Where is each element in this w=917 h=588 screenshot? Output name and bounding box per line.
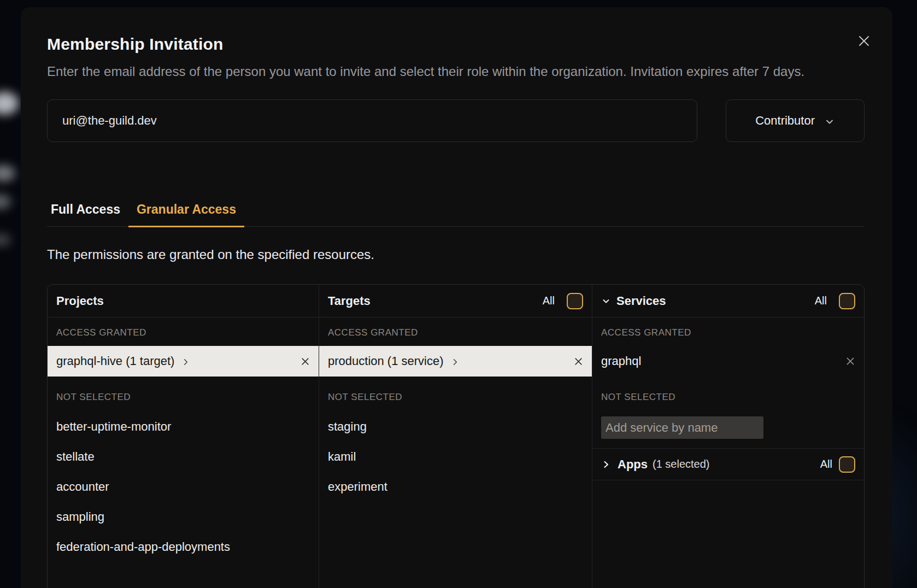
granted-project-label: graphql-hive (1 target)	[56, 354, 174, 368]
services-all-label: All	[815, 295, 827, 307]
granted-service-label: graphql	[601, 354, 641, 368]
project-item[interactable]: sampling	[48, 502, 319, 532]
targets-column: Targets All ACCESS GRANTED production (1…	[319, 285, 592, 588]
granted-project-row[interactable]: graphql-hive (1 target)	[48, 346, 319, 377]
targets-all-label: All	[543, 295, 555, 307]
access-granted-label: ACCESS GRANTED	[56, 327, 310, 339]
apps-selected-count: (1 selected)	[653, 458, 710, 471]
services-header-label: Services	[616, 294, 666, 308]
not-selected-label: NOT SELECTED	[56, 392, 310, 404]
chevron-right-icon	[451, 358, 459, 366]
apps-section-row[interactable]: Apps (1 selected) All	[592, 449, 864, 480]
dialog-title: Membership Invitation	[47, 34, 865, 54]
target-item[interactable]: experiment	[319, 472, 592, 502]
invite-form-row: Contributor	[47, 99, 865, 142]
resources-permissions-table: Projects ACCESS GRANTED graphql-hive (1 …	[47, 284, 865, 588]
projects-column-header: Projects	[48, 285, 319, 317]
remove-project-button[interactable]	[301, 357, 310, 366]
targets-column-header: Targets All	[319, 285, 592, 317]
services-all-checkbox[interactable]	[839, 293, 855, 309]
tab-full-access[interactable]: Full Access	[47, 202, 128, 227]
project-item[interactable]: federation-and-app-deployments	[48, 532, 319, 562]
access-tab-bar: Full Access Granular Access	[47, 202, 865, 227]
not-selected-label: NOT SELECTED	[601, 392, 855, 404]
access-granted-label: ACCESS GRANTED	[601, 327, 855, 339]
projects-column: Projects ACCESS GRANTED graphql-hive (1 …	[48, 285, 319, 588]
chevron-right-icon	[601, 460, 611, 469]
project-item[interactable]: stellate	[48, 442, 319, 472]
permissions-note: The permissions are granted on the speci…	[47, 247, 865, 262]
close-button[interactable]	[855, 32, 873, 50]
role-select-value: Contributor	[755, 114, 815, 128]
project-item[interactable]: accounter	[48, 472, 319, 502]
access-granted-label: ACCESS GRANTED	[328, 327, 583, 339]
email-input[interactable]	[47, 99, 697, 142]
targets-header-label: Targets	[328, 294, 371, 308]
granted-target-row[interactable]: production (1 service)	[319, 346, 592, 377]
targets-not-selected-list: staging kamil experiment	[319, 411, 592, 502]
project-item[interactable]: better-uptime-monitor	[48, 411, 319, 442]
not-selected-label: NOT SELECTED	[328, 392, 583, 404]
close-icon	[845, 356, 855, 366]
chevron-down-icon	[824, 116, 835, 127]
remove-target-button[interactable]	[574, 357, 583, 366]
role-select-button[interactable]: Contributor	[726, 99, 865, 142]
backdrop-blur-blob	[0, 165, 15, 181]
projects-not-selected-list: better-uptime-monitor stellate accounter…	[48, 411, 319, 562]
chevron-right-icon	[181, 358, 190, 366]
dialog-description: Enter the email address of the person yo…	[47, 61, 865, 82]
apps-all-label: All	[820, 458, 832, 471]
backdrop-blur-blob	[0, 234, 11, 246]
apps-header-label: Apps	[618, 457, 648, 472]
target-item[interactable]: staging	[319, 411, 592, 442]
chevron-down-icon	[601, 296, 611, 306]
close-icon	[574, 357, 583, 366]
services-column: Services All ACCESS GRANTED graphql NOT …	[592, 285, 864, 588]
projects-header-label: Projects	[56, 294, 104, 308]
backdrop-blur-blob	[0, 195, 11, 209]
apps-all-checkbox[interactable]	[839, 456, 855, 473]
services-column-header[interactable]: Services All	[592, 285, 864, 317]
tab-granular-access[interactable]: Granular Access	[128, 202, 244, 227]
close-icon	[857, 34, 871, 48]
membership-invitation-dialog: Membership Invitation Enter the email ad…	[21, 7, 892, 588]
backdrop-blur-blob	[0, 92, 19, 115]
granted-service-row[interactable]: graphql	[592, 346, 864, 377]
targets-all-checkbox[interactable]	[567, 293, 583, 309]
remove-service-button[interactable]	[845, 356, 855, 366]
granted-target-label: production (1 service)	[328, 354, 444, 368]
close-icon	[301, 357, 310, 366]
target-item[interactable]: kamil	[319, 442, 592, 472]
add-service-input[interactable]	[601, 416, 763, 439]
